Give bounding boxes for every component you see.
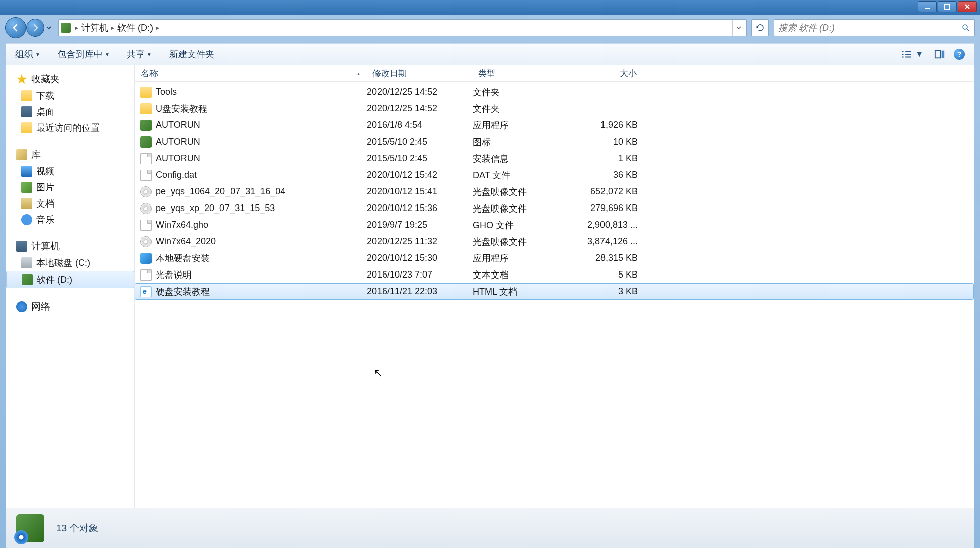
file-size: 279,696 KB <box>573 203 644 214</box>
file-row[interactable]: 硬盘安装教程2016/11/21 22:03HTML 文档3 KB <box>135 283 974 300</box>
preview-pane-button[interactable] <box>933 47 947 61</box>
desktop-icon <box>21 106 32 117</box>
sidebar-recent[interactable]: 最近访问的位置 <box>6 120 134 136</box>
sidebar-computer[interactable]: 计算机 <box>6 238 134 255</box>
navigation-pane: 收藏夹 下载 桌面 最近访问的位置 库 视频 图片 文档 音乐 计算机 本地磁盘… <box>6 65 135 508</box>
main-content: 收藏夹 下载 桌面 最近访问的位置 库 视频 图片 文档 音乐 计算机 本地磁盘… <box>6 65 974 508</box>
file-size: 1,926 KB <box>573 120 644 130</box>
file-name: 硬盘安装教程 <box>156 286 210 298</box>
sidebar-pictures[interactable]: 图片 <box>6 179 134 195</box>
file-row[interactable]: Tools2020/12/25 14:52文件夹 <box>135 84 974 100</box>
file-name: U盘安装教程 <box>156 103 207 115</box>
refresh-button[interactable] <box>751 19 769 36</box>
sidebar-downloads[interactable]: 下载 <box>6 88 134 104</box>
file-row[interactable]: AUTORUN2015/5/10 2:45图标10 KB <box>135 133 974 150</box>
svg-rect-1 <box>945 4 950 9</box>
sidebar-network[interactable]: 网络 <box>6 298 134 315</box>
file-name: AUTORUN <box>156 136 200 147</box>
search-input[interactable] <box>778 23 961 33</box>
file-size: 3 KB <box>573 286 644 297</box>
address-bar[interactable]: ▸ 计算机 ▸ 软件 (D:) ▸ <box>58 19 747 36</box>
file-list: 名称▴ 修改日期 类型 大小 Tools2020/12/25 14:52文件夹U… <box>135 65 974 508</box>
computer-icon <box>16 241 27 252</box>
svg-rect-4 <box>942 51 945 58</box>
sort-indicator-icon: ▴ <box>357 71 360 76</box>
toolbar: 组织▼ 包含到库中▼ 共享▼ 新建文件夹 ▼ ? <box>6 43 974 65</box>
sidebar-favorites[interactable]: 收藏夹 <box>6 71 134 88</box>
new-folder-button[interactable]: 新建文件夹 <box>169 48 214 60</box>
file-name: Win7x64_2020 <box>156 236 216 247</box>
file-type: 文件夹 <box>473 103 573 115</box>
sidebar-music[interactable]: 音乐 <box>6 212 134 228</box>
file-date: 2016/1/8 4:54 <box>367 120 473 130</box>
organize-button[interactable]: 组织▼ <box>15 48 40 60</box>
address-dropdown[interactable] <box>732 20 744 36</box>
file-name: AUTORUN <box>156 120 200 130</box>
file-type: 应用程序 <box>473 119 573 131</box>
column-size[interactable]: 大小 <box>573 65 643 81</box>
view-options-button[interactable]: ▼ <box>898 47 926 61</box>
file-rows: Tools2020/12/25 14:52文件夹U盘安装教程2020/12/25… <box>135 82 974 300</box>
file-date: 2016/11/21 22:03 <box>367 286 473 297</box>
drive-icon <box>21 257 32 268</box>
document-icon <box>21 198 32 209</box>
file-row[interactable]: 光盘说明2016/10/23 7:07文本文档5 KB <box>135 266 974 283</box>
sidebar-libraries[interactable]: 库 <box>6 146 134 163</box>
file-row[interactable]: AUTORUN2016/1/8 4:54应用程序1,926 KB <box>135 117 974 133</box>
file-type: 光盘映像文件 <box>473 202 573 215</box>
file-row[interactable]: AUTORUN2015/5/10 2:45安装信息1 KB <box>135 150 974 167</box>
search-box[interactable] <box>774 19 975 36</box>
sidebar-desktop[interactable]: 桌面 <box>6 104 134 120</box>
file-size: 36 KB <box>573 170 644 180</box>
file-icon <box>140 170 152 181</box>
sidebar-drive-d[interactable]: 软件 (D:) <box>6 271 134 288</box>
music-icon <box>21 214 32 225</box>
breadcrumb-drive[interactable]: 软件 (D:) <box>115 22 155 34</box>
help-button[interactable]: ? <box>954 49 965 60</box>
back-button[interactable] <box>5 17 26 38</box>
drive-icon <box>22 274 33 285</box>
file-icon <box>140 220 152 231</box>
folder-icon <box>21 90 32 101</box>
file-size: 3,874,126 ... <box>573 236 644 247</box>
drive-icon <box>61 23 71 33</box>
column-type[interactable]: 类型 <box>472 65 573 81</box>
forward-button[interactable] <box>26 19 44 37</box>
file-date: 2020/12/25 14:52 <box>367 87 473 97</box>
file-type: GHO 文件 <box>473 219 573 231</box>
file-row[interactable]: Config.dat2020/10/12 15:42DAT 文件36 KB <box>135 167 974 183</box>
chevron-right-icon: ▸ <box>110 24 115 31</box>
file-size: 652,072 KB <box>573 186 644 197</box>
maximize-button[interactable] <box>938 1 957 12</box>
file-icon <box>140 269 152 281</box>
file-date: 2019/9/7 19:25 <box>367 220 473 230</box>
file-row[interactable]: pe_yqs_xp_20_07_31_15_532020/10/12 15:36… <box>135 200 974 217</box>
column-name[interactable]: 名称▴ <box>135 65 366 81</box>
video-icon <box>21 166 32 177</box>
column-date[interactable]: 修改日期 <box>366 65 472 81</box>
breadcrumb-computer[interactable]: 计算机 <box>79 22 110 34</box>
sidebar-documents[interactable]: 文档 <box>6 195 134 212</box>
network-icon <box>16 301 27 312</box>
sidebar-videos[interactable]: 视频 <box>6 163 134 179</box>
history-dropdown[interactable] <box>44 18 53 38</box>
picture-icon <box>21 182 32 193</box>
share-button[interactable]: 共享▼ <box>127 48 152 60</box>
file-row[interactable]: Win7x64.gho2019/9/7 19:25GHO 文件2,900,813… <box>135 217 974 233</box>
file-row[interactable]: 本地硬盘安装2020/10/12 15:30应用程序28,315 KB <box>135 250 974 266</box>
file-row[interactable]: U盘安装教程2020/12/25 14:52文件夹 <box>135 100 974 117</box>
include-in-library-button[interactable]: 包含到库中▼ <box>57 48 110 60</box>
close-button[interactable] <box>958 1 977 12</box>
file-row[interactable]: Win7x64_20202020/12/25 11:32光盘映像文件3,874,… <box>135 233 974 250</box>
folder-icon <box>140 103 152 114</box>
exe-icon <box>140 136 152 148</box>
file-name: pe_yqs_xp_20_07_31_15_53 <box>156 203 275 214</box>
file-row[interactable]: pe_yqs_1064_20_07_31_16_042020/10/12 15:… <box>135 183 974 200</box>
file-name: Tools <box>156 87 177 97</box>
file-name: AUTORUN <box>156 153 200 164</box>
sidebar-drive-c[interactable]: 本地磁盘 (C:) <box>6 255 134 271</box>
file-size: 28,315 KB <box>573 253 644 263</box>
chevron-right-icon: ▸ <box>74 24 79 31</box>
minimize-button[interactable] <box>918 1 937 12</box>
file-date: 2015/5/10 2:45 <box>367 136 473 147</box>
